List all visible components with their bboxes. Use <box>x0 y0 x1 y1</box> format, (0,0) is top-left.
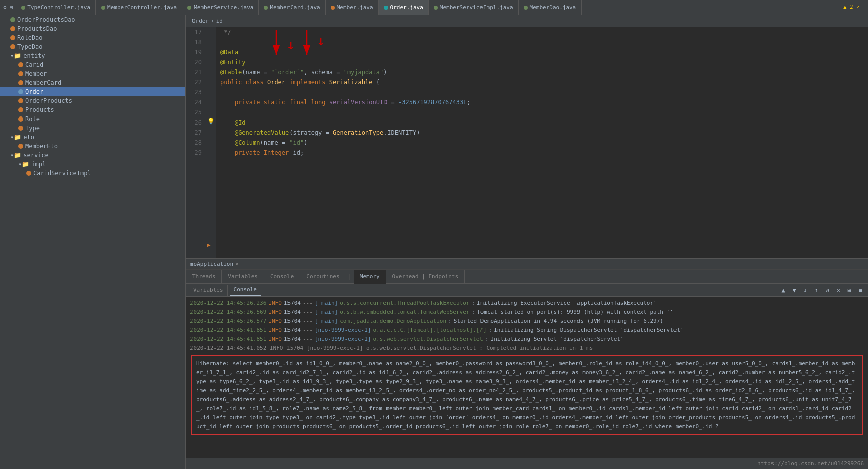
code-content[interactable]: */ @Data@Entity@Table(name = "`order`", … <box>216 27 868 258</box>
hibernate-arrow-svg <box>667 454 767 458</box>
tab-TypeController-java[interactable]: TypeController.java <box>16 0 96 15</box>
folder-chevron: ▾ <box>6 134 14 141</box>
sidebar-item-orderproducts[interactable]: OrderProducts <box>0 96 185 105</box>
bottom-tab-variables[interactable]: Variables <box>222 270 264 284</box>
bulb-icon[interactable]: 💡 <box>207 118 215 125</box>
sidebar-label: TypeDao <box>17 43 43 50</box>
tab-controls[interactable]: ⚙ ⊟ <box>0 0 16 15</box>
editor-area[interactable]: ↓ ↓ 17181920212223242526272829 💡 <box>186 27 868 258</box>
console-line: 2020-12-22 14:45:26.577 INFO 15704 --- [… <box>190 317 864 326</box>
token: .IDENTITY) <box>383 128 420 138</box>
tab-Order-java[interactable]: Order.java <box>379 0 429 15</box>
token: long <box>311 97 329 107</box>
run-icon[interactable]: ▶ <box>207 242 211 248</box>
sidebar-label: RoleDao <box>17 34 43 41</box>
sidebar-label: OrderProductsDao <box>17 16 75 23</box>
tab-MemberDao-java[interactable]: MemberDao.java <box>519 0 582 15</box>
log-class: o.s.web.servlet.DispatcherServlet <box>373 335 483 344</box>
console-line: 2020-12-22 14:45:41.052 INFO 15704 [nio-… <box>190 344 864 353</box>
file-dot <box>10 17 15 22</box>
file-dot <box>18 71 23 76</box>
clear-btn[interactable]: ✕ <box>834 286 843 295</box>
code-line <box>220 107 864 118</box>
line-number: 23 <box>190 87 202 97</box>
expand-btn[interactable]: ⊞ <box>845 286 854 295</box>
download-btn[interactable]: ↓ <box>801 286 810 295</box>
tab-bar: ⚙ ⊟ TypeController.java MemberController… <box>0 0 868 15</box>
close-app-button[interactable]: ✕ <box>235 261 239 267</box>
tab-MemberServiceImpl-java[interactable]: MemberServiceImpl.java <box>429 0 519 15</box>
token: (strategy = <box>289 128 333 138</box>
console-subtab[interactable]: Console <box>230 285 261 296</box>
sidebar-item-roledao[interactable]: RoleDao <box>0 33 185 42</box>
app-name: moApplication <box>190 261 233 267</box>
code-line: @Table(name = "`order`", schema = "myjap… <box>220 67 864 77</box>
log-msg: Started DemoApplication in 4.94 seconds … <box>454 317 663 326</box>
sidebar-item-caridserviceimpl[interactable]: CaridServiceImpl <box>0 169 185 178</box>
sidebar-item-order[interactable]: Order <box>0 87 185 96</box>
overhead-tab[interactable]: Overhead | Endpoints <box>386 270 465 284</box>
sidebar-item-carid[interactable]: Carid <box>0 60 185 69</box>
sidebar-item-productsdao[interactable]: ProductsDao <box>0 24 185 33</box>
sidebar-item-service[interactable]: ▾ 📁 service <box>0 151 185 160</box>
scroll-up-btn[interactable]: ▲ <box>779 286 788 295</box>
console-area[interactable]: 2020-12-22 14:45:26.236 INFO 15704 --- [… <box>186 297 868 458</box>
sidebar-item-role[interactable]: Role <box>0 114 185 124</box>
folder-icon: 📁 <box>14 134 21 141</box>
log-colon: : <box>448 317 452 326</box>
menu-btn[interactable]: ≡ <box>856 286 865 295</box>
folder-icon: 📁 <box>14 152 21 159</box>
log-level: INFO <box>268 326 282 335</box>
tab-MemberCard-java[interactable]: MemberCard.java <box>259 0 325 15</box>
sidebar-item-member[interactable]: Member <box>0 69 185 78</box>
token: final <box>289 97 311 107</box>
tab-MemberService-java[interactable]: MemberService.java <box>182 0 259 15</box>
sidebar-label: OrderProducts <box>25 97 72 104</box>
refresh-btn[interactable]: ↺ <box>823 286 832 295</box>
gutter: 💡 ▶ <box>206 27 216 258</box>
log-date: 2020-12-22 14:45:41.851 <box>190 326 266 335</box>
line-number: 25 <box>190 107 202 118</box>
token: private <box>235 97 264 107</box>
token: "myjapdata" <box>344 67 383 77</box>
sidebar-item-entity[interactable]: ▾ 📁 entity <box>0 51 185 60</box>
scroll-down-btn[interactable]: ▼ <box>790 286 799 295</box>
log-sep: --- <box>303 299 313 308</box>
bottom-tab-coroutines[interactable]: Coroutines <box>300 270 346 284</box>
sidebar-item-orderproductsdao[interactable]: OrderProductsDao <box>0 15 185 24</box>
line-number: 26 <box>190 118 202 128</box>
tab-MemberController-java[interactable]: MemberController.java <box>96 0 182 15</box>
sidebar-item-membercard[interactable]: MemberCard <box>0 78 185 87</box>
code-line: */ <box>220 27 864 37</box>
code-line: public class Order implements Serializab… <box>220 77 864 87</box>
token: (name = <box>242 67 271 77</box>
token: @GeneratedValue <box>235 128 289 138</box>
bottom-tab-console[interactable]: Console <box>264 270 300 284</box>
sidebar-item-type[interactable]: Type <box>0 124 185 133</box>
file-dot <box>18 80 23 85</box>
sidebar-label: CaridServiceImpl <box>33 170 91 177</box>
folder-chevron: ▾ <box>6 161 22 168</box>
upload-btn[interactable]: ↑ <box>812 286 821 295</box>
toolbar-row: Variables Console ▲ ▼ ↓ ↑ ↺ ✕ ⊞ ≡ <box>186 284 868 297</box>
tab-list: TypeController.java MemberController.jav… <box>16 0 868 15</box>
code-line <box>220 87 864 97</box>
log-thread: [ main] <box>315 308 338 317</box>
log-thread: [nio-9999-exec-1] <box>315 326 371 335</box>
tab-Member-java[interactable]: Member.java <box>326 0 379 15</box>
sidebar-item-typedao[interactable]: TypeDao <box>0 42 185 51</box>
bottom-tab-threads[interactable]: Threads <box>186 270 222 284</box>
memory-tab[interactable]: Memory <box>354 270 386 284</box>
sidebar-label: ProductsDao <box>17 25 57 32</box>
log-level: INFO <box>268 335 282 344</box>
sidebar-item-products[interactable]: Products <box>0 105 185 114</box>
breadcrumb: Order › id ▲ 2 ✓ <box>186 15 868 27</box>
file-dot <box>18 62 23 67</box>
content-area: Order › id ▲ 2 ✓ ↓ ↓ <box>186 15 868 469</box>
sidebar-item-impl[interactable]: ▾ 📁 impl <box>0 160 185 169</box>
sidebar-item-membereto[interactable]: MemberEto <box>0 142 185 151</box>
code-line: @Column(name = "id") <box>220 138 864 148</box>
sidebar-item-eto[interactable]: ▾ 📁 eto <box>0 133 185 142</box>
folder-icon: 📁 <box>14 52 21 59</box>
variables-subtab[interactable]: Variables <box>189 285 228 296</box>
